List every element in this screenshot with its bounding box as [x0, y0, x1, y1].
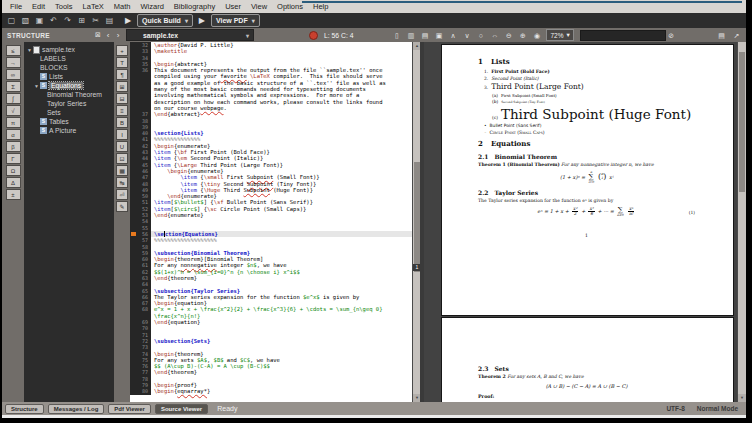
- pdf-scrollbar-thumb[interactable]: [739, 52, 745, 192]
- fit-page-icon[interactable]: ▣: [433, 30, 444, 41]
- menu-tools[interactable]: Tools: [50, 0, 78, 13]
- menu-edit[interactable]: Edit: [27, 0, 50, 13]
- tree-item-sets[interactable]: Sets: [24, 108, 114, 117]
- statusbar-tab-pdf-viewer[interactable]: Pdf Viewer: [108, 404, 151, 414]
- edit-tool-icon[interactable]: ⊞: [116, 81, 128, 92]
- section-title: Lists: [491, 57, 510, 66]
- symbol-panel-icon[interactable]: √: [6, 105, 21, 116]
- edit-tool-icon[interactable]: ↹: [116, 177, 128, 188]
- scroll-down-icon[interactable]: ▼: [738, 394, 746, 402]
- next-result-icon[interactable]: ∨: [461, 30, 472, 41]
- source-editor[interactable]: 32\author{David P. Little}33\maketitle34…: [130, 42, 412, 402]
- equation-number: (1): [689, 210, 695, 215]
- expand-arrow-icon[interactable]: ▼: [33, 83, 40, 89]
- view-pdf-selector[interactable]: View PDF ▾: [211, 14, 260, 27]
- search-icon[interactable]: ⊘: [666, 30, 677, 41]
- edit-tool-icon[interactable]: ⊟: [116, 93, 128, 104]
- menu-latex[interactable]: LaTeX: [78, 0, 109, 13]
- statusbar-tab-messages-log[interactable]: Messages / Log: [48, 404, 105, 414]
- redo-icon[interactable]: ↷: [61, 15, 74, 27]
- edit-tool-icon[interactable]: U: [116, 141, 128, 152]
- symbol-panel-icon[interactable]: π: [6, 117, 21, 128]
- pdf-search-input[interactable]: [580, 30, 666, 41]
- edit-tool-icon[interactable]: T: [116, 57, 128, 68]
- editor-line-80[interactable]: 80\begin{eqnarray*}: [130, 388, 412, 394]
- detach-viewer-icon[interactable]: ↗: [731, 30, 742, 41]
- list-marker: 1.: [484, 69, 488, 74]
- pdf-list-item: 2.Second Point (Italic): [478, 76, 695, 81]
- previous-document-icon[interactable]: ‹: [103, 31, 113, 40]
- expand-arrow-icon[interactable]: ▼: [26, 47, 33, 53]
- next-document-icon[interactable]: ›: [113, 31, 123, 40]
- symbol-panel-icon[interactable]: ∫: [6, 93, 21, 104]
- main-area: ≤→∞Σ∫√παβΓΩΔ± ▼sample.texLABELSBLOCKSSLi…: [2, 42, 746, 402]
- refresh-icon[interactable]: ○: [475, 30, 486, 41]
- menu-file[interactable]: File: [5, 0, 27, 13]
- zoom-level-selector[interactable]: 72% ▾: [546, 29, 573, 41]
- symbol-panel-icon[interactable]: Δ: [6, 177, 21, 188]
- open-file-icon[interactable]: ▧: [19, 15, 32, 27]
- menu-view[interactable]: View: [246, 0, 272, 13]
- edit-tool-icon[interactable]: ≡: [116, 105, 128, 116]
- tree-item-lists[interactable]: SLists: [24, 72, 114, 81]
- menu-user[interactable]: User: [220, 0, 246, 13]
- cut-icon[interactable]: ✂: [89, 15, 102, 27]
- menu-wizard[interactable]: Wizard: [136, 0, 169, 13]
- tree-item-labels[interactable]: LABELS: [24, 54, 114, 63]
- edit-tool-icon[interactable]: ¶: [116, 69, 128, 80]
- prev-result-icon[interactable]: ∧: [447, 30, 458, 41]
- edit-tool-icon[interactable]: ✎: [116, 201, 128, 212]
- menu-math[interactable]: Math: [109, 0, 136, 13]
- tree-item-a-picture[interactable]: SA Picture: [24, 126, 114, 135]
- symbol-panel-icon[interactable]: Ω: [6, 165, 21, 176]
- edit-tool-icon[interactable]: +: [116, 45, 128, 56]
- two-pages-icon[interactable]: ▥: [405, 30, 416, 41]
- symbol-panel-icon[interactable]: ≤: [6, 45, 21, 56]
- run-view-pdf-icon[interactable]: ▶: [196, 16, 208, 25]
- symbol-panel-icon[interactable]: β: [6, 141, 21, 152]
- tree-item-taylor-series[interactable]: Taylor Series: [24, 99, 114, 108]
- menu-bibliography[interactable]: Bibliography: [169, 0, 220, 13]
- undo-icon[interactable]: ↶: [47, 15, 60, 27]
- new-file-icon[interactable]: ▢: [5, 15, 18, 27]
- tree-item-tables[interactable]: STables: [24, 117, 114, 126]
- copy-icon[interactable]: ⊞: [75, 15, 88, 27]
- statusbar-tab-source-viewer[interactable]: Source Viewer: [155, 404, 208, 414]
- symbol-panel-icon[interactable]: Γ: [6, 153, 21, 164]
- open-file-selector[interactable]: sample.tex ▾: [126, 29, 254, 41]
- pdf-list-item: 1.First Point (Bold Face): [478, 69, 695, 74]
- save-file-icon[interactable]: ▣: [33, 15, 46, 27]
- fit-width-icon[interactable]: ⇔: [489, 30, 500, 41]
- proof-label: Proof:: [478, 393, 695, 399]
- edit-tool-icon[interactable]: ▦: [116, 165, 128, 176]
- close-panel-icon[interactable]: ⊠: [93, 31, 103, 39]
- list-item-text: Circle Point (Small Caps): [490, 130, 545, 135]
- magnifier-icon[interactable]: ◉: [531, 30, 542, 41]
- edit-tool-icon[interactable]: I: [116, 129, 128, 140]
- symbol-panel-icon[interactable]: →: [6, 57, 21, 68]
- continuous-mode-icon[interactable]: ▤: [419, 30, 430, 41]
- zoom-out-icon[interactable]: ⊖: [503, 30, 514, 41]
- symbol-panel-icon[interactable]: ∞: [6, 69, 21, 80]
- edit-tool-icon[interactable]: ⏎: [116, 189, 128, 200]
- tree-item-binomial-theorem[interactable]: Binomial Theorem: [24, 90, 114, 99]
- paste-icon[interactable]: ▤: [103, 15, 116, 27]
- symbol-panel-icon[interactable]: Σ: [6, 81, 21, 92]
- tree-item-blocks[interactable]: BLOCKS: [24, 63, 114, 72]
- run-quick-build-icon[interactable]: ▶: [122, 16, 134, 25]
- tree-item-equations[interactable]: ▼SEquations: [24, 81, 114, 90]
- chevron-down-icon: ▾: [252, 17, 255, 24]
- quick-build-selector[interactable]: Quick Build ▾: [137, 14, 193, 27]
- tree-item-sample-tex[interactable]: ▼sample.tex: [24, 45, 114, 54]
- edit-tool-icon[interactable]: B: [116, 117, 128, 128]
- print-icon[interactable]: ▤: [716, 30, 727, 41]
- tree-item-label: Tables: [49, 118, 69, 125]
- symbol-panel-icon[interactable]: α: [6, 129, 21, 140]
- symbol-panel-icon[interactable]: ±: [6, 189, 21, 200]
- statusbar-tab-structure[interactable]: Structure: [5, 404, 44, 414]
- pdf-scrollbar[interactable]: ▼: [737, 42, 746, 402]
- edit-tool-icon[interactable]: ⊡: [116, 153, 128, 164]
- zoom-in-icon[interactable]: ⊕: [517, 30, 528, 41]
- one-page-icon[interactable]: ▯: [391, 30, 402, 41]
- taylor-intro-text: The Taylor series expansion for the func…: [478, 198, 695, 203]
